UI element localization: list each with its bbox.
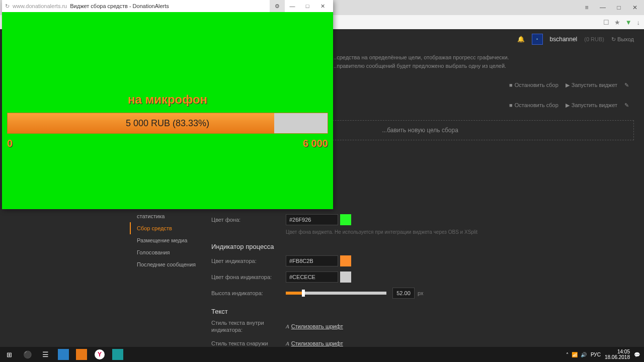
popup-title-text: Виджет сбора средств - DonationAlerts — [70, 3, 169, 9]
popup-close-button[interactable]: ✕ — [315, 0, 330, 12]
logout-link[interactable]: ↻ Выход — [611, 36, 634, 43]
star-icon[interactable]: ★ — [614, 19, 620, 26]
stop-collection-link[interactable]: ■ Остановить сбор — [509, 102, 558, 108]
indicator-height-slider[interactable] — [286, 292, 386, 295]
bell-icon[interactable]: 🔔 — [517, 36, 525, 43]
shield-icon[interactable]: ▼ — [625, 19, 632, 26]
clock[interactable]: 14:05 18.06.2018 — [605, 349, 630, 360]
progress-text: 5 000 RUB (83.33%) — [8, 113, 328, 133]
tray-chevron-icon[interactable]: ˄ — [566, 352, 569, 357]
progress-min: 0 — [7, 138, 13, 149]
progress-max: 6 000 — [303, 138, 328, 149]
popup-url: www.donationalerts.ru — [13, 3, 67, 9]
sidebar-item-messages[interactable]: Последние сообщения — [130, 258, 205, 270]
indicator-bg-label: Цвет фона индикатора: — [211, 274, 286, 280]
popup-maximize-button[interactable]: □ — [300, 0, 315, 12]
bg-color-label: Цвет фона: — [211, 217, 286, 223]
indicator-height-input[interactable] — [392, 288, 415, 299]
taskbar-app-store[interactable] — [54, 347, 72, 362]
bg-color-hint: Цвет фона виджета. Не используется при и… — [286, 229, 634, 235]
balance: (0 RUB) — [584, 36, 604, 42]
style-font-inside-link[interactable]: Стилизовать шрифт — [291, 323, 343, 329]
taskbar-app-teal[interactable] — [109, 347, 127, 362]
style-font-outside-link[interactable]: Стилизовать шрифт — [291, 340, 343, 346]
text-outside-label: Стиль текста снаружи — [211, 340, 286, 346]
indicator-bg-swatch[interactable] — [340, 272, 351, 283]
donation-widget: на микрофон 5 000 RUB (83.33%) 0 6 000 — [2, 12, 333, 209]
sidebar-item-media[interactable]: Размещение медиа — [130, 234, 205, 246]
indicator-color-input[interactable] — [286, 255, 338, 266]
popup-minimize-button[interactable]: — — [285, 0, 300, 12]
system-tray[interactable]: ˄ 📶 🔊 — [566, 352, 587, 357]
tray-network-icon[interactable]: 📶 — [572, 352, 578, 357]
windows-taskbar: ⊞ ⚫ ☰ Y ˄ 📶 🔊 РУС 14:05 18.06.2018 💬 — [0, 347, 644, 362]
maximize-button[interactable]: □ — [612, 2, 626, 13]
avatar[interactable]: • — [532, 34, 543, 45]
reload-icon[interactable]: ↻ — [5, 3, 10, 10]
text-inside-label: Стиль текста внутри индикатора: — [211, 319, 286, 334]
taskbar-app-yandex[interactable]: Y — [91, 347, 109, 362]
indicator-section-title: Индикатор процесса — [211, 243, 634, 250]
sidebar-nav: статистика Сбор средств Размещение медиа… — [130, 210, 205, 270]
px-label: px — [418, 290, 424, 296]
username: bschannel — [550, 36, 578, 43]
language-indicator[interactable]: РУС — [591, 352, 601, 357]
download-icon[interactable]: ↓ — [637, 19, 640, 26]
indicator-bg-input[interactable] — [286, 272, 338, 283]
widget-settings: Цвет фона: Цвет фона виджета. Не использ… — [211, 210, 634, 353]
indicator-height-label: Высота индикатора: — [211, 290, 286, 296]
launch-widget-link[interactable]: ▶ Запустить виджет — [566, 82, 617, 88]
widget-preview-window: ↻ www.donationalerts.ru Виджет сбора сре… — [2, 0, 333, 209]
notification-icon[interactable]: 💬 — [634, 352, 640, 357]
tray-volume-icon[interactable]: 🔊 — [581, 352, 587, 357]
extension-icon[interactable]: ☐ — [603, 19, 609, 26]
text-section-title: Текст — [211, 308, 634, 315]
bg-color-input[interactable] — [286, 214, 338, 225]
progress-bar: 5 000 RUB (83.33%) — [7, 113, 328, 134]
goal-title: на микрофон — [2, 93, 333, 107]
minimize-button[interactable]: — — [596, 2, 610, 13]
bg-color-swatch[interactable] — [340, 214, 351, 225]
popup-settings-button[interactable]: ⚙ — [270, 0, 285, 12]
sidebar-item-stats[interactable]: статистика — [130, 210, 205, 222]
font-icon: A — [286, 323, 289, 329]
launch-widget-link[interactable]: ▶ Запустить виджет — [566, 102, 617, 109]
stop-collection-link[interactable]: ■ Остановить сбор — [509, 82, 558, 88]
menu-icon[interactable]: ≡ — [580, 2, 594, 13]
close-button[interactable]: ✕ — [628, 2, 642, 13]
sidebar-item-polls[interactable]: Голосования — [130, 246, 205, 258]
edit-icon[interactable]: ✎ — [624, 82, 629, 88]
edit-icon[interactable]: ✎ — [624, 102, 629, 109]
start-button[interactable]: ⊞ — [0, 347, 18, 362]
task-view-icon[interactable]: ☰ — [36, 347, 54, 362]
font-icon: A — [286, 340, 289, 346]
indicator-color-swatch[interactable] — [340, 255, 351, 266]
taskbar-app-orange[interactable] — [72, 347, 91, 362]
popup-titlebar[interactable]: ↻ www.donationalerts.ru Виджет сбора сре… — [2, 0, 333, 12]
indicator-color-label: Цвет индикатора: — [211, 258, 286, 264]
sidebar-item-fundraising[interactable]: Сбор средств — [130, 222, 205, 234]
search-icon[interactable]: ⚫ — [18, 347, 36, 362]
